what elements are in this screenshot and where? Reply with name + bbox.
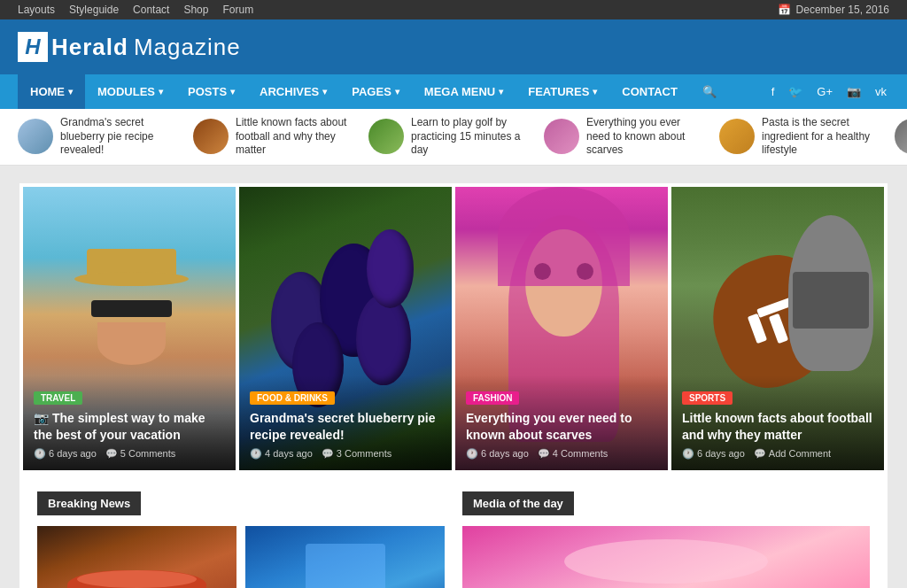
badge-sports: SPORTS <box>682 391 733 405</box>
nav-features-arrow: ▾ <box>593 87 597 97</box>
ticker-text-5: Pasta is the secret ingredient for a hea… <box>762 116 877 158</box>
ticker-item-5[interactable]: Pasta is the secret ingredient for a hea… <box>719 116 877 158</box>
nav-modules[interactable]: MODULES ▾ <box>85 74 175 109</box>
hero-grid: TRAVEL 📷 The simplest way to make the be… <box>19 183 888 474</box>
hero-overlay-food: FOOD & DRINKS Grandma's secret blueberry… <box>239 375 452 469</box>
hero-overlay-travel: TRAVEL 📷 The simplest way to make the be… <box>23 375 236 469</box>
ticker-thumb-1 <box>18 119 53 154</box>
top-nav-styleguide[interactable]: Styleguide <box>69 4 119 16</box>
hero-title-fashion: Everything you ever need to known about … <box>466 410 657 442</box>
hero-item-travel[interactable]: TRAVEL 📷 The simplest way to make the be… <box>23 187 236 470</box>
hero-item-sports[interactable]: SPORTS Little known facts about football… <box>671 187 884 470</box>
nav-items: HOME ▾ MODULES ▾ POSTS ▾ ARCHIVES ▾ PAGE… <box>18 74 729 109</box>
top-bar-date: 📅 December 15, 2016 <box>778 4 889 16</box>
nav-mega-arrow: ▾ <box>499 87 503 97</box>
badge-food: FOOD & DRINKS <box>250 391 335 405</box>
ticker-thumb-2 <box>193 119 229 154</box>
site-logo[interactable]: H HeraldMagazine <box>18 32 241 62</box>
nav-archives-arrow: ▾ <box>322 87 327 97</box>
nav-modules-arrow: ▾ <box>159 87 163 97</box>
badge-travel: TRAVEL <box>34 391 82 405</box>
sports-time: 🕐 6 days ago <box>682 448 745 460</box>
breaking-news-item-2[interactable] <box>245 526 445 588</box>
logo-text: HeraldMagazine <box>51 34 241 61</box>
main-nav: HOME ▾ MODULES ▾ POSTS ▾ ARCHIVES ▾ PAGE… <box>0 74 907 109</box>
ticker-text-4: Everything you ever need to known about … <box>586 116 702 158</box>
hero-title-sports: Little known facts about football and wh… <box>682 410 873 442</box>
nav-home[interactable]: HOME ▾ <box>18 74 85 109</box>
nav-pages-arrow: ▾ <box>395 87 399 97</box>
hero-overlay-fashion: FASHION Everything you ever need to know… <box>455 375 668 469</box>
ticker-thumb-5 <box>719 119 755 154</box>
social-vk[interactable]: vk <box>872 83 889 100</box>
top-nav-forum[interactable]: Forum <box>222 4 253 16</box>
top-bar: Layouts Styleguide Contact Shop Forum 📅 … <box>0 0 907 19</box>
ticker-text-2: Little known facts about football and wh… <box>236 116 351 158</box>
hero-meta-travel: 🕐 6 days ago 💬 5 Comments <box>34 448 225 460</box>
food-comments: 💬 3 Comments <box>322 448 391 460</box>
top-nav-layouts[interactable]: Layouts <box>18 4 55 16</box>
ticker-item-3[interactable]: Learn to play golf by practicing 15 minu… <box>368 116 526 158</box>
ticker-bar: Grandma's secret blueberry pie recipe re… <box>0 109 907 166</box>
top-bar-links: Layouts Styleguide Contact Shop Forum <box>18 4 253 16</box>
nav-mega-menu[interactable]: MEGA MENU ▾ <box>412 74 516 109</box>
hero-meta-food: 🕐 4 days ago 💬 3 Comments <box>250 448 441 460</box>
travel-time: 🕐 6 days ago <box>34 448 97 460</box>
site-header: H HeraldMagazine <box>0 19 907 74</box>
date-text: December 15, 2016 <box>796 4 889 16</box>
nav-posts-arrow: ▾ <box>230 87 235 97</box>
ticker-thumb-6 <box>895 119 907 154</box>
calendar-icon: 📅 <box>778 4 791 16</box>
fashion-time: 🕐 6 days ago <box>466 448 529 460</box>
camera-icon: 📷 <box>34 411 52 425</box>
nav-social: f 🐦 G+ 📷 vk <box>769 83 889 100</box>
nav-contact[interactable]: CONTACT <box>609 74 690 109</box>
ticker-text-1: Grandma's secret blueberry pie recipe re… <box>60 116 175 158</box>
top-nav-contact[interactable]: Contact <box>133 4 169 16</box>
hero-title-food: Grandma's secret blueberry pie recipe re… <box>250 410 441 442</box>
media-of-day-section: Media of the day <box>462 491 870 588</box>
nav-search[interactable]: 🔍 <box>690 74 729 109</box>
badge-fashion: FASHION <box>466 391 519 405</box>
social-google-plus[interactable]: G+ <box>814 83 835 100</box>
hero-title-travel: 📷 The simplest way to make the best of y… <box>34 410 225 442</box>
hero-overlay-sports: SPORTS Little known facts about football… <box>671 375 884 469</box>
sections-row: Breaking News <box>19 474 888 588</box>
ticker-thumb-3 <box>368 119 404 154</box>
ticker-item-2[interactable]: Little known facts about football and wh… <box>193 116 351 158</box>
breaking-news-title: Breaking News <box>37 491 141 515</box>
social-twitter[interactable]: 🐦 <box>786 83 805 100</box>
fashion-comments: 💬 4 Comments <box>538 448 608 460</box>
ticker-item-1[interactable]: Grandma's secret blueberry pie recipe re… <box>18 116 175 158</box>
hero-meta-sports: 🕐 6 days ago 💬 Add Comment <box>682 448 873 460</box>
social-facebook[interactable]: f <box>769 83 778 100</box>
nav-pages[interactable]: PAGES ▾ <box>339 74 412 109</box>
nav-home-arrow: ▾ <box>68 87 73 97</box>
top-nav-shop[interactable]: Shop <box>183 4 208 16</box>
search-icon: 🔍 <box>702 85 717 98</box>
nav-features[interactable]: FEATURES ▾ <box>516 74 609 109</box>
logo-h-box: H <box>18 32 48 62</box>
media-item-1[interactable] <box>462 526 870 588</box>
nav-posts[interactable]: POSTS ▾ <box>175 74 247 109</box>
hero-item-fashion[interactable]: FASHION Everything you ever need to know… <box>455 187 668 470</box>
hero-meta-fashion: 🕐 6 days ago 💬 4 Comments <box>466 448 657 460</box>
ticker-item-4[interactable]: Everything you ever need to known about … <box>544 116 702 158</box>
food-time: 🕐 4 days ago <box>250 448 313 460</box>
sports-comments: 💬 Add Comment <box>754 448 831 460</box>
breaking-news-item-1[interactable] <box>37 526 236 588</box>
hero-item-food[interactable]: FOOD & DRINKS Grandma's secret blueberry… <box>239 187 452 470</box>
ticker-item-6[interactable]: This is how coffee can help you predict … <box>895 116 907 158</box>
social-instagram[interactable]: 📷 <box>844 83 864 100</box>
breaking-news-section: Breaking News <box>37 491 445 588</box>
ticker-text-3: Learn to play golf by practicing 15 minu… <box>411 116 526 158</box>
nav-archives[interactable]: ARCHIVES ▾ <box>247 74 339 109</box>
media-of-day-title: Media of the day <box>462 491 574 515</box>
ticker-thumb-4 <box>544 119 579 154</box>
main-wrapper: TRAVEL 📷 The simplest way to make the be… <box>19 183 888 588</box>
travel-comments: 💬 5 Comments <box>105 448 175 460</box>
